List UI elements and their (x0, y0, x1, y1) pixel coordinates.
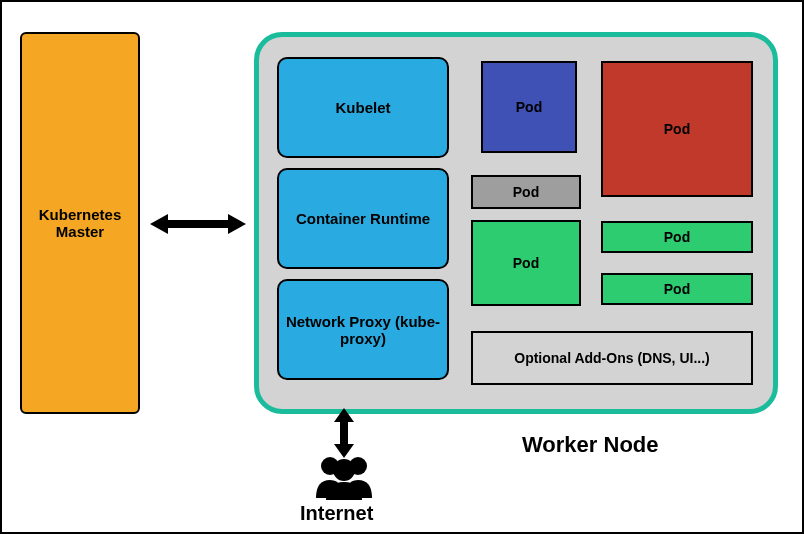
pod-box-blue: Pod (481, 61, 577, 153)
kube-proxy-label: Network Proxy (kube-proxy) (285, 313, 441, 347)
pod-box-green-large: Pod (471, 220, 581, 306)
container-runtime-box: Container Runtime (277, 168, 449, 269)
optional-addons-label: Optional Add-Ons (DNS, UI...) (514, 350, 709, 366)
svg-rect-4 (340, 420, 348, 446)
container-runtime-label: Container Runtime (296, 210, 430, 227)
bidirectional-arrow-horizontal-icon (150, 214, 246, 234)
kube-proxy-box: Network Proxy (kube-proxy) (277, 279, 449, 380)
core-components-column: Kubelet Container Runtime Network Proxy … (277, 57, 449, 380)
diagram-canvas: Kubernetes Master Kubelet Container Runt… (0, 0, 804, 534)
svg-marker-0 (150, 214, 168, 234)
bidirectional-arrow-vertical-icon (334, 408, 354, 458)
pod-label: Pod (664, 281, 690, 297)
pod-label: Pod (513, 184, 539, 200)
optional-addons-box: Optional Add-Ons (DNS, UI...) (471, 331, 753, 385)
internet-label: Internet (300, 502, 373, 525)
worker-node-label: Worker Node (522, 432, 659, 458)
pod-box-green-small-1: Pod (601, 221, 753, 253)
svg-point-8 (333, 459, 355, 481)
pod-label: Pod (664, 229, 690, 245)
pod-box-green-small-2: Pod (601, 273, 753, 305)
svg-rect-1 (166, 220, 230, 228)
pod-box-red: Pod (601, 61, 753, 197)
pod-label: Pod (513, 255, 539, 271)
pod-label: Pod (516, 99, 542, 115)
kubelet-box: Kubelet (277, 57, 449, 158)
kubernetes-master-label: Kubernetes Master (30, 206, 130, 240)
kubernetes-master-box: Kubernetes Master (20, 32, 140, 414)
kubelet-label: Kubelet (335, 99, 390, 116)
users-group-icon (310, 452, 378, 500)
svg-marker-2 (228, 214, 246, 234)
svg-marker-3 (334, 408, 354, 422)
worker-node-container: Kubelet Container Runtime Network Proxy … (254, 32, 778, 414)
pod-label: Pod (664, 121, 690, 137)
pod-box-gray: Pod (471, 175, 581, 209)
